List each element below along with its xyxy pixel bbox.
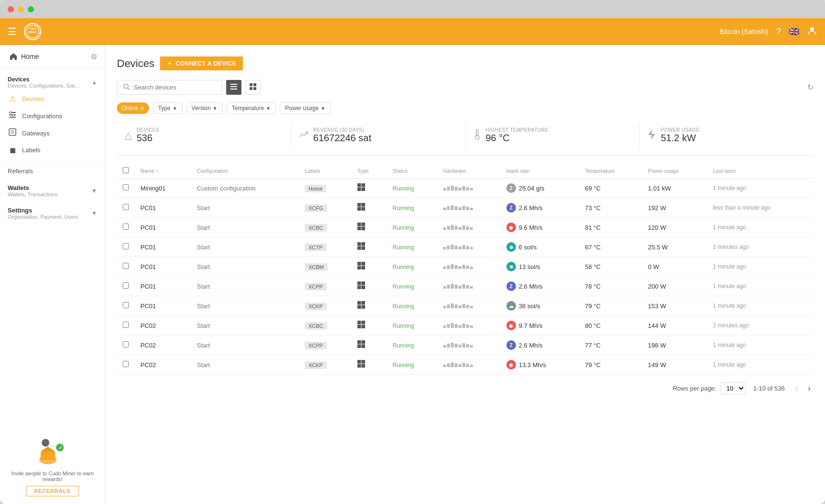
settings-icon[interactable]: ⚙ bbox=[91, 52, 97, 61]
flag-icon[interactable]: 🇬🇧 bbox=[789, 26, 799, 37]
row-checkbox[interactable] bbox=[123, 184, 129, 190]
hw-bar bbox=[455, 206, 458, 210]
rows-per-page-select[interactable]: 10 25 50 bbox=[720, 382, 745, 394]
table-row: Mining01 Custom configuration Home Runni… bbox=[117, 179, 814, 198]
select-all-header[interactable] bbox=[117, 163, 135, 179]
refresh-button[interactable]: ↻ bbox=[807, 83, 814, 92]
row-checkbox-cell[interactable] bbox=[117, 277, 135, 296]
page-info: 1-10 of 536 bbox=[753, 385, 785, 392]
sidebar-labels-label: Labels bbox=[22, 146, 40, 154]
row-checkbox[interactable] bbox=[123, 204, 129, 210]
row-power: 153 W bbox=[642, 296, 707, 316]
row-checkbox[interactable] bbox=[123, 263, 129, 269]
row-checkbox[interactable] bbox=[123, 243, 129, 249]
row-checkbox-cell[interactable] bbox=[117, 179, 135, 198]
power-usage-filter-dropdown[interactable]: Power usage ▼ bbox=[280, 102, 331, 114]
row-checkbox-cell[interactable] bbox=[117, 218, 135, 237]
help-icon[interactable]: ? bbox=[776, 27, 781, 37]
search-icon bbox=[123, 83, 130, 91]
row-label: XCTP bbox=[299, 237, 352, 257]
sidebar-item-wallets[interactable]: Wallets Wallets, Transactions ▼ bbox=[0, 179, 105, 202]
row-checkbox[interactable] bbox=[123, 282, 129, 289]
referrals-button[interactable]: REFERRALS bbox=[26, 486, 79, 496]
col-name[interactable]: Name ↑ bbox=[135, 163, 191, 179]
top-nav-right: Bitcoin (Satoshi) ? 🇬🇧 bbox=[720, 25, 817, 38]
title-bar bbox=[0, 0, 825, 18]
select-all-checkbox[interactable] bbox=[123, 167, 129, 173]
page-header: Devices ＋ CONNECT A DEVICE bbox=[117, 56, 814, 70]
row-checkbox[interactable] bbox=[123, 341, 129, 347]
close-button[interactable] bbox=[8, 6, 14, 12]
grid-view-button[interactable] bbox=[245, 80, 261, 95]
row-checkbox-cell[interactable] bbox=[117, 257, 135, 277]
hamburger-menu-icon[interactable]: ☰ bbox=[8, 26, 16, 37]
table-row: PC01 Start XCBC Running bbox=[117, 218, 814, 237]
sidebar-item-labels[interactable]: ◼ Labels bbox=[0, 142, 105, 158]
sidebar-settings-subtitle: Organisation, Payment, Users bbox=[8, 214, 78, 220]
row-checkbox[interactable] bbox=[123, 361, 129, 367]
hw-bar bbox=[451, 225, 454, 230]
hw-bar bbox=[458, 325, 461, 328]
temperature-stat-label: HIGHEST TEMPERATURE bbox=[486, 127, 549, 133]
label-badge: XCFG bbox=[305, 204, 327, 212]
hw-bar bbox=[443, 227, 446, 230]
col-status: Status bbox=[387, 163, 437, 179]
list-view-button[interactable] bbox=[226, 80, 241, 95]
row-type bbox=[352, 179, 387, 198]
prev-page-button[interactable]: ‹ bbox=[792, 382, 801, 394]
row-checkbox[interactable] bbox=[123, 322, 129, 328]
svg-rect-38 bbox=[362, 207, 366, 211]
row-checkbox[interactable] bbox=[123, 224, 129, 230]
maximize-button[interactable] bbox=[28, 6, 34, 12]
hash-rate-value: 9.7 Mh/s bbox=[519, 322, 543, 329]
row-checkbox-cell[interactable] bbox=[117, 198, 135, 218]
col-hardware: Hardware bbox=[437, 163, 501, 179]
temperature-filter-dropdown[interactable]: Temperature ▼ bbox=[227, 102, 276, 114]
row-hashrate: ◉ 9.6 Mh/s bbox=[501, 218, 579, 237]
online-filter-remove[interactable]: × bbox=[140, 104, 144, 112]
sidebar-home-item[interactable]: Home bbox=[8, 51, 41, 62]
connect-device-button[interactable]: ＋ CONNECT A DEVICE bbox=[160, 56, 243, 70]
label-badge: XCBC bbox=[305, 322, 327, 330]
version-filter-dropdown[interactable]: Version ▼ bbox=[186, 102, 223, 114]
table-row: PC02 Start XCKP Running bbox=[117, 355, 814, 375]
svg-rect-62 bbox=[362, 325, 366, 329]
top-nav-left: ☰ CUDO MINER bbox=[8, 23, 41, 40]
sidebar-item-gateways[interactable]: Gateways bbox=[0, 124, 105, 142]
hw-bar bbox=[455, 324, 458, 328]
row-type bbox=[352, 198, 387, 218]
next-page-button[interactable]: › bbox=[805, 382, 814, 394]
row-checkbox[interactable] bbox=[123, 302, 129, 308]
configurations-icon bbox=[8, 111, 17, 121]
row-checkbox-cell[interactable] bbox=[117, 355, 135, 375]
online-filter-badge: Online × bbox=[117, 102, 149, 114]
row-checkbox-cell[interactable] bbox=[117, 336, 135, 355]
account-icon[interactable] bbox=[807, 25, 817, 38]
svg-rect-42 bbox=[362, 227, 366, 231]
hash-rate-value: 9.6 Mh/s bbox=[519, 224, 543, 231]
search-box[interactable] bbox=[117, 80, 222, 95]
sidebar-item-settings[interactable]: Settings Organisation, Payment, Users ▼ bbox=[0, 202, 105, 224]
hash-rate-value: 6 sol/s bbox=[519, 244, 537, 251]
row-config: Custom configuration bbox=[191, 179, 299, 198]
sidebar-devices-header[interactable]: Devices Devices, Configurations, Gat... … bbox=[0, 72, 105, 90]
sidebar-item-configurations[interactable]: Configurations bbox=[0, 107, 105, 124]
svg-rect-56 bbox=[362, 301, 366, 305]
row-config: Start bbox=[191, 237, 299, 257]
row-checkbox-cell[interactable] bbox=[117, 316, 135, 336]
os-windows-icon bbox=[357, 263, 365, 271]
hw-bar bbox=[462, 265, 465, 269]
row-checkbox-cell[interactable] bbox=[117, 237, 135, 257]
type-filter-dropdown[interactable]: Type ▼ bbox=[153, 102, 183, 114]
sidebar-item-devices[interactable]: ⚠ Devices bbox=[0, 90, 105, 107]
minimize-button[interactable] bbox=[18, 6, 24, 12]
search-input[interactable] bbox=[134, 84, 216, 91]
name-sort-button[interactable]: Name ↑ bbox=[140, 168, 185, 174]
hw-bar bbox=[443, 267, 446, 269]
hash-coin-icon: Z bbox=[506, 281, 516, 291]
labels-icon: ◼ bbox=[8, 146, 17, 155]
row-checkbox-cell[interactable] bbox=[117, 296, 135, 316]
os-windows-icon bbox=[357, 302, 365, 310]
sidebar-item-referrals[interactable]: Referrals bbox=[0, 163, 105, 179]
row-temperature: 73 °C bbox=[579, 198, 642, 218]
